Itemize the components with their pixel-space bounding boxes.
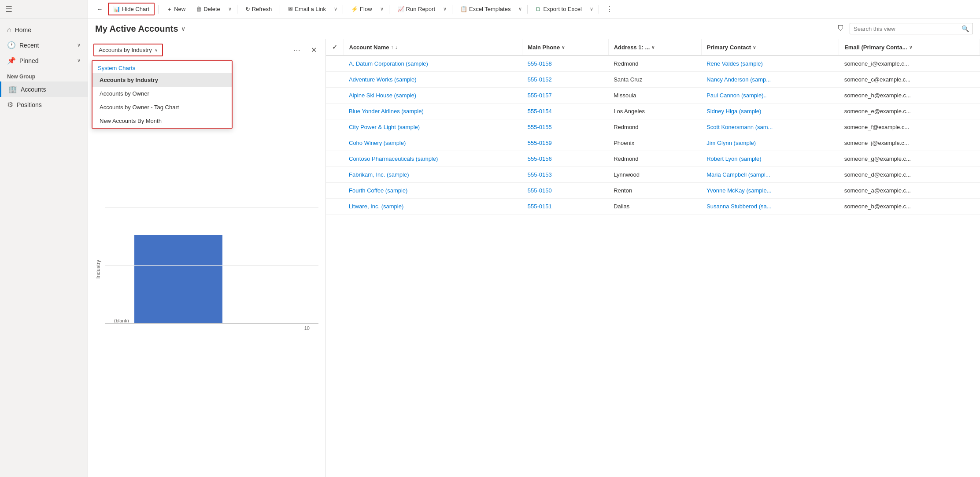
account-name-cell[interactable]: Blue Yonder Airlines (sample) [344, 104, 522, 119]
chart-dropdown-menu: System Charts Accounts by Industry Accou… [92, 60, 233, 129]
email-link-button[interactable]: ✉ Email a Link [284, 4, 330, 15]
sidebar-item-home[interactable]: ⌂ Home [0, 22, 88, 37]
address-cell: Los Angeles [608, 104, 701, 119]
email-filter-icon[interactable]: ∨ [909, 45, 912, 50]
account-name-cell[interactable]: Coho Winery (sample) [344, 135, 522, 151]
export-excel-button[interactable]: 🗋 Export to Excel [531, 4, 586, 15]
sidebar-nav: ⌂ Home 🕐 Recent ∨ 📌 Pinned ∨ New Group 🏢… [0, 19, 88, 116]
search-box: 🔍 [850, 23, 973, 34]
export-chevron[interactable]: ∨ [588, 4, 595, 14]
account-name-cell[interactable]: A. Datum Corporation (sample) [344, 55, 522, 72]
excel-templates-chevron[interactable]: ∨ [517, 4, 524, 14]
account-name-cell[interactable]: Fabrikam, Inc. (sample) [344, 167, 522, 183]
dropdown-item-new-by-month[interactable]: New Accounts By Month [92, 114, 232, 128]
export-excel-icon: 🗋 [536, 6, 541, 12]
account-name-cell[interactable]: Alpine Ski House (sample) [344, 88, 522, 104]
main-phone-cell: 555-0157 [522, 88, 608, 104]
row-checkbox-col [326, 135, 344, 151]
recent-chevron-icon: ∨ [77, 42, 81, 48]
email-cell: someone_f@example.c... [839, 119, 980, 135]
sort-desc-icon[interactable]: ↓ [395, 44, 398, 50]
run-report-chevron[interactable]: ∨ [441, 4, 448, 14]
table-row: Blue Yonder Airlines (sample)555-0154Los… [326, 104, 980, 119]
account-name-cell[interactable]: Contoso Pharmaceuticals (sample) [344, 151, 522, 167]
refresh-button[interactable]: ↻ Refresh [241, 4, 277, 15]
delete-chevron[interactable]: ∨ [226, 4, 233, 14]
col-header-checkbox: ✓ [326, 39, 344, 55]
page-title: My Active Accounts [95, 24, 178, 34]
col-header-email: Email (Primary Conta... ∨ [839, 39, 980, 55]
chart-selector-chevron-icon: ∨ [155, 48, 158, 52]
dropdown-item-by-industry[interactable]: Accounts by Industry [92, 73, 232, 87]
email-cell: someone_a@example.c... [839, 183, 980, 199]
refresh-icon: ↻ [245, 6, 250, 12]
primary-contact-cell[interactable]: Scott Konersmann (sam... [701, 119, 839, 135]
more-options-button[interactable]: ⋮ [603, 3, 617, 15]
search-input[interactable] [854, 26, 959, 32]
account-name-cell[interactable]: Adventure Works (sample) [344, 72, 522, 88]
dropdown-item-by-owner-tag[interactable]: Accounts by Owner - Tag Chart [92, 100, 232, 114]
header-right: ⛉ 🔍 [836, 23, 973, 34]
contact-filter-icon[interactable]: ∨ [753, 45, 756, 50]
address-filter-icon[interactable]: ∨ [651, 45, 655, 50]
main-phone-cell: 555-0152 [522, 72, 608, 88]
account-name-cell[interactable]: Fourth Coffee (sample) [344, 183, 522, 199]
hamburger-icon[interactable]: ☰ [5, 5, 12, 14]
delete-button[interactable]: 🗑 Delete [192, 4, 225, 15]
hide-chart-button[interactable]: 📊 Hide Chart [108, 3, 155, 15]
sidebar-item-positions-label: Positions [17, 101, 42, 108]
new-button[interactable]: ＋ New [162, 3, 190, 15]
account-name-cell[interactable]: City Power & Light (sample) [344, 119, 522, 135]
select-all-checkbox[interactable]: ✓ [332, 44, 337, 51]
chart-bar [134, 235, 222, 323]
excel-templates-button[interactable]: 📋 Excel Templates [456, 4, 515, 15]
flow-button[interactable]: ⚡ Flow [347, 4, 376, 15]
account-name-cell[interactable]: Litware, Inc. (sample) [344, 199, 522, 214]
row-checkbox-col [326, 199, 344, 214]
delete-label: Delete [203, 6, 220, 12]
primary-contact-cell[interactable]: Paul Cannon (sample).. [701, 88, 839, 104]
refresh-label: Refresh [252, 6, 272, 12]
table-row: Contoso Pharmaceuticals (sample)555-0156… [326, 151, 980, 167]
chart-more-button[interactable]: ⋯ [290, 44, 304, 56]
table-row: Coho Winery (sample)555-0159PhoenixJim G… [326, 135, 980, 151]
accounts-icon: 🏢 [8, 85, 17, 93]
sidebar-group-label: New Group [0, 68, 88, 81]
address-cell: Dallas [608, 199, 701, 214]
primary-contact-cell[interactable]: Maria Campbell (sampl... [701, 167, 839, 183]
chart-close-button[interactable]: ✕ [307, 44, 320, 56]
sort-asc-icon[interactable]: ↑ [391, 44, 394, 50]
back-button[interactable]: ← [93, 4, 106, 15]
sidebar-item-positions[interactable]: ⚙ Positions [0, 97, 88, 112]
main-phone-cell: 555-0158 [522, 55, 608, 72]
primary-contact-cell[interactable]: Jim Glynn (sample) [701, 135, 839, 151]
sidebar-item-accounts[interactable]: 🏢 Accounts [0, 81, 88, 97]
back-icon: ← [97, 6, 103, 12]
filter-icon[interactable]: ⛉ [836, 23, 846, 34]
primary-contact-cell[interactable]: Rene Valdes (sample) [701, 55, 839, 72]
col-header-address1: Address 1: ... ∨ [608, 39, 701, 55]
chart-selector-button[interactable]: Accounts by Industry ∨ [93, 44, 163, 56]
main-phone-cell: 555-0150 [522, 183, 608, 199]
main-phone-filter-icon[interactable]: ∨ [562, 45, 565, 50]
page-title-chevron-icon[interactable]: ∨ [181, 25, 185, 32]
run-report-button[interactable]: 📈 Run Report [393, 4, 440, 15]
sidebar-item-pinned[interactable]: 📌 Pinned ∨ [0, 53, 88, 68]
primary-contact-cell[interactable]: Yvonne McKay (sample... [701, 183, 839, 199]
primary-contact-cell[interactable]: Robert Lyon (sample) [701, 151, 839, 167]
excel-templates-label: Excel Templates [469, 6, 510, 12]
email-chevron[interactable]: ∨ [332, 4, 339, 14]
address-cell: Phoenix [608, 135, 701, 151]
sidebar-item-recent[interactable]: 🕐 Recent ∨ [0, 37, 88, 53]
primary-contact-cell[interactable]: Nancy Anderson (samp... [701, 72, 839, 88]
primary-contact-cell[interactable]: Susanna Stubberod (sa... [701, 199, 839, 214]
main-phone-cell: 555-0156 [522, 151, 608, 167]
sidebar: ☰ ⌂ Home 🕐 Recent ∨ 📌 Pinned ∨ New Group… [0, 0, 88, 477]
dropdown-item-by-owner[interactable]: Accounts by Owner [92, 87, 232, 100]
primary-contact-cell[interactable]: Sidney Higa (sample) [701, 104, 839, 119]
sidebar-item-recent-label: Recent [19, 42, 39, 49]
main-content: ← 📊 Hide Chart ＋ New 🗑 Delete ∨ ↻ Refres… [88, 0, 980, 477]
table-row: City Power & Light (sample)555-0155Redmo… [326, 119, 980, 135]
flow-chevron[interactable]: ∨ [378, 4, 385, 14]
sidebar-item-pinned-label: Pinned [19, 57, 39, 64]
